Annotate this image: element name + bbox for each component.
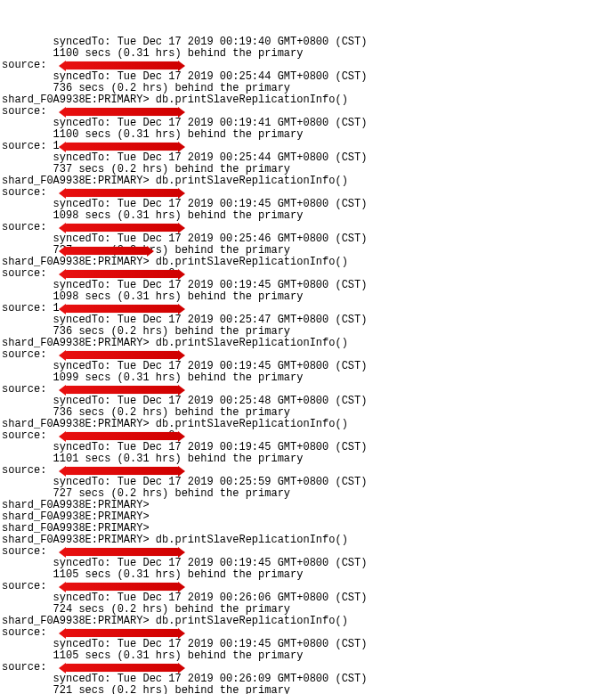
shell-command: db.printSlaveReplicationInfo() [156, 337, 348, 349]
behind-suffix: behind the primary [188, 649, 304, 662]
behind-secs: 727 secs [53, 487, 105, 500]
source-label: source: [2, 221, 46, 233]
redaction-mark [64, 189, 180, 197]
source-label: source: [2, 464, 46, 477]
behind-hrs: 0.31 hrs [124, 290, 175, 303]
behind-suffix: behind the primary [188, 47, 304, 60]
shell-command: db.printSlaveReplicationInfo() [156, 418, 348, 430]
behind-suffix: behind the primary [174, 603, 290, 616]
behind-secs: 1101 secs [53, 453, 111, 465]
shell-command: db.printSlaveReplicationInfo() [156, 94, 348, 106]
synced-date: Tue Dec 17 2019 00:25:59 GMT+0800 (CST) [118, 476, 368, 488]
behind-hrs: 0.31 hrs [124, 128, 175, 141]
behind-secs: 1099 secs [53, 371, 111, 384]
shell-prompt: shard_F0A9938E:PRIMARY> [2, 534, 150, 546]
redaction-mark [64, 432, 180, 440]
behind-suffix: behind the primary [174, 163, 290, 176]
behind-hrs: 0.31 hrs [124, 209, 175, 222]
synced-label: syncedTo: [53, 557, 111, 569]
source-label: source: [2, 626, 46, 639]
behind-suffix: behind the primary [188, 128, 304, 141]
behind-secs: 736 secs [53, 82, 105, 94]
synced-date: Tue Dec 17 2019 00:26:09 GMT+0800 (CST) [118, 673, 368, 685]
behind-secs: 1105 secs [53, 568, 111, 581]
behind-secs: 1100 secs [53, 128, 111, 141]
behind-suffix: behind the primary [174, 244, 290, 257]
synced-date: Tue Dec 17 2019 00:19:45 GMT+0800 (CST) [118, 638, 368, 650]
behind-hrs: 0.2 hrs [118, 325, 162, 338]
synced-date: Tue Dec 17 2019 00:19:45 GMT+0800 (CST) [118, 557, 368, 569]
behind-suffix: behind the primary [188, 568, 304, 581]
behind-secs: 1098 secs [53, 209, 111, 222]
synced-date: Tue Dec 17 2019 00:25:44 GMT+0800 (CST) [118, 151, 368, 164]
behind-suffix: behind the primary [188, 290, 304, 303]
synced-date: Tue Dec 17 2019 00:19:41 GMT+0800 (CST) [118, 117, 368, 129]
behind-secs: 724 secs [53, 603, 105, 616]
behind-hrs: 0.31 hrs [124, 649, 175, 662]
source-label: source: [2, 580, 46, 592]
synced-label: syncedTo: [53, 673, 111, 685]
behind-hrs: 0.2 hrs [118, 487, 162, 500]
synced-date: Tue Dec 17 2019 00:25:46 GMT+0800 (CST) [118, 233, 368, 245]
synced-label: syncedTo: [53, 233, 111, 245]
shell-prompt: shard_F0A9938E:PRIMARY> [2, 337, 150, 349]
synced-date: Tue Dec 17 2019 00:25:47 GMT+0800 (CST) [118, 314, 368, 326]
redaction-mark [64, 143, 180, 151]
synced-date: Tue Dec 17 2019 00:19:45 GMT+0800 (CST) [118, 441, 368, 453]
behind-hrs: 0.2 hrs [118, 82, 162, 94]
redaction-mark [64, 583, 180, 591]
source-label: source: [2, 267, 46, 280]
behind-secs: 1098 secs [53, 290, 111, 303]
synced-label: syncedTo: [53, 70, 111, 83]
source-label: source: [2, 302, 46, 314]
behind-hrs: 0.31 hrs [124, 371, 175, 384]
redaction-mark [64, 467, 180, 475]
redaction-mark [64, 351, 180, 359]
synced-label: syncedTo: [53, 441, 111, 453]
synced-date: Tue Dec 17 2019 00:19:45 GMT+0800 (CST) [118, 279, 368, 291]
synced-label: syncedTo: [53, 117, 111, 129]
behind-hrs: 0.2 hrs [118, 603, 162, 616]
source-label: source: [2, 429, 46, 442]
behind-secs: 721 secs [53, 684, 105, 694]
behind-suffix: behind the primary [188, 453, 304, 465]
source-label: source: [2, 140, 46, 152]
terminal-line: 721 secs (0.2 hrs) behind the primary [2, 685, 614, 694]
source-label: source: [2, 545, 46, 558]
behind-hrs: 0.31 hrs [124, 568, 175, 581]
behind-secs: 1100 secs [53, 47, 111, 60]
synced-label: syncedTo: [53, 395, 111, 407]
redaction-mark [64, 305, 180, 313]
behind-hrs: 0.31 hrs [124, 453, 175, 465]
behind-hrs: 0.2 hrs [118, 406, 162, 419]
synced-label: syncedTo: [53, 638, 111, 650]
redaction-mark [64, 386, 180, 394]
behind-hrs: 0.2 hrs [118, 163, 162, 176]
source-label: source: [2, 661, 46, 674]
synced-label: syncedTo: [53, 279, 111, 291]
synced-label: syncedTo: [53, 592, 111, 604]
synced-date: Tue Dec 17 2019 00:26:06 GMT+0800 (CST) [118, 592, 368, 604]
shell-prompt: shard_F0A9938E:PRIMARY> [2, 94, 150, 106]
shell-command: db.printSlaveReplicationInfo() [156, 615, 348, 627]
synced-date: Tue Dec 17 2019 00:25:44 GMT+0800 (CST) [118, 70, 368, 83]
behind-secs: 737 secs [53, 163, 105, 176]
behind-suffix: behind the primary [174, 82, 290, 94]
shell-prompt: shard_F0A9938E:PRIMARY> [2, 418, 150, 430]
synced-label: syncedTo: [53, 36, 111, 48]
shell-prompt: shard_F0A9938E:PRIMARY> [2, 256, 150, 268]
synced-date: Tue Dec 17 2019 00:19:45 GMT+0800 (CST) [118, 360, 368, 372]
behind-suffix: behind the primary [174, 684, 290, 694]
behind-secs: 736 secs [53, 325, 105, 338]
synced-date: Tue Dec 17 2019 00:19:40 GMT+0800 (CST) [118, 36, 368, 48]
behind-hrs: 0.2 hrs [118, 684, 162, 694]
shell-command: db.printSlaveReplicationInfo() [156, 175, 348, 187]
redaction-mark [64, 270, 180, 278]
behind-hrs: 0.31 hrs [124, 47, 175, 60]
synced-date: Tue Dec 17 2019 00:19:45 GMT+0800 (CST) [118, 198, 368, 210]
synced-label: syncedTo: [53, 198, 111, 210]
synced-date: Tue Dec 17 2019 00:25:48 GMT+0800 (CST) [118, 395, 368, 407]
terminal-output: syncedTo: Tue Dec 17 2019 00:19:40 GMT+0… [2, 37, 614, 694]
source-label: source: [2, 348, 46, 361]
redaction-mark [64, 108, 180, 116]
